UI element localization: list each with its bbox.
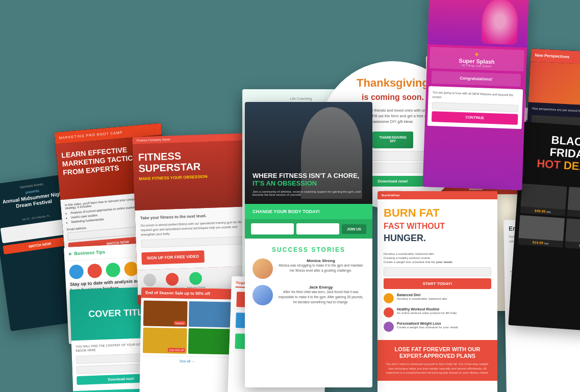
story-2-content: Jack Energy After his third child was bo… — [277, 285, 365, 304]
burnfat-bottom-cta: LOSE FAT FOREVER WITH OUR EXPERT-APPROVE… — [377, 340, 497, 381]
fitness-sub: Make Fitness your Obsession — [139, 173, 241, 181]
fitness-chore-cta-bar: CHANGE YOUR BODY TODAY! — [245, 204, 372, 219]
bf-product-1-img — [521, 184, 567, 210]
trainer-3-avatar — [189, 272, 203, 285]
sale-badge-2: Kids 40% off — [168, 348, 185, 352]
burnfat-name-input[interactable] — [384, 267, 491, 276]
burnfat-feat-2-desc: An online workout video product for $9 D… — [397, 311, 457, 315]
blackfriday-products: $49.99 $99 $29.99 $60 $19.99 $45 $39.99 … — [514, 179, 580, 255]
burnfat-feature-1-text: Balanced Diet Develop a sustainable, bal… — [397, 293, 448, 301]
card-burnfat: BurnFatFast BURN FAT FAST WITHOUT HUNGER… — [377, 191, 497, 392]
story-2-name: Jack Energy — [277, 285, 365, 290]
fitness-email-input[interactable] — [141, 236, 243, 248]
supersplash-congrats-title: Congratulations! — [436, 75, 517, 83]
burnfat-icon-1 — [384, 293, 394, 303]
sale-item-2 — [189, 301, 233, 327]
fitness-form-bar: JOIN US — [245, 219, 372, 239]
sale-see-all[interactable]: See all → — [140, 355, 234, 366]
story-1: Monica Strong Monica was struggling to m… — [253, 258, 365, 279]
bf-product-1: $49.99 $99 — [520, 184, 567, 216]
card-supersplash: ☀ Super Splash All Things Just Splash Co… — [422, 0, 528, 190]
fitness-name-input[interactable] — [251, 223, 294, 234]
thanksgiving-book: THANKSGIVING DIY — [372, 132, 413, 148]
collage-container: Spectacle Events presents Annual Midsumm… — [0, 0, 580, 392]
bf-product-4-price: $39.99 $80 — [565, 241, 580, 251]
bf-product-2: $29.99 $60 — [567, 187, 580, 219]
burnfat-feat-1-name: Balanced Diet — [397, 293, 448, 297]
avatar-1 — [69, 265, 84, 279]
fitness-signup-btn[interactable]: SIGN UP FOR FREE VIDEO — [141, 250, 204, 265]
trainer-2-avatar — [166, 273, 179, 286]
fitness-hero: FITNESS SUPERSTAR Make Fitness your Obse… — [133, 140, 247, 211]
trainer-3: Find your Focus — [187, 272, 206, 289]
fitness-chore-headline: WHERE FITNESS ISN'T A CHORE, IT'S AN OBS… — [253, 172, 365, 188]
burnfat-topbar: BurnFatFast — [377, 191, 497, 199]
avatar-2 — [87, 264, 102, 278]
bf-product-2-price: $29.99 $60 — [567, 210, 580, 219]
story-2-text: After his third child was born, Jack fou… — [277, 290, 365, 304]
story-1-content: Monica Strong Monica was struggling to m… — [277, 258, 365, 273]
blackfriday-hero: BLACK FRIDAY HOT DEALS — [518, 122, 580, 186]
story-1-text: Monica was struggling to make it to the … — [277, 263, 365, 273]
burnfat-feat-2-name: Healthy Workout Routine — [397, 307, 457, 311]
sale-item-4 — [188, 328, 233, 354]
thanksgiving-book-title: THANKSGIVING DIY — [372, 132, 413, 147]
fitness-email-input[interactable] — [296, 223, 339, 234]
fitness-chore-hero: WHERE FITNESS ISN'T A CHORE, IT'S AN OBS… — [245, 102, 372, 204]
supersplash-congrats: Congratulations! — [432, 71, 521, 87]
ebook-title: COVER TITLE — [88, 306, 149, 321]
fitness-desc: Our prices is almost perfect fitness wit… — [140, 220, 243, 238]
supersplash-btn[interactable]: CONTINUE — [432, 111, 518, 124]
sale-headline: End of Season Sale up to 50% off — [145, 291, 210, 296]
perspectives-brand: New Perspectives — [535, 53, 569, 60]
burnfat-feature-2-text: Healthy Workout Routine An online workou… — [397, 307, 457, 315]
card-sale: End of Season Sale up to 50% off Apparel… — [139, 287, 236, 392]
burnfat-feat-3-desc: Create a weight loss schedule for your n… — [397, 325, 458, 329]
burnfat-feature-1: Balanced Diet Develop a sustainable, bal… — [384, 293, 491, 303]
burnfat-icon-3 — [384, 322, 394, 332]
burnfat-hero: BURN FAT FAST WITHOUT HUNGER. — [377, 199, 497, 252]
avatar-3 — [106, 263, 120, 277]
burnfat-cta: LOSE FAT FOREVER WITH OUR EXPERT-APPROVE… — [384, 346, 491, 359]
supersplash-body-text: You are going to love with all NEW featu… — [432, 90, 519, 102]
story-2-avatar — [253, 285, 273, 305]
trainer-1-avatar — [143, 273, 156, 286]
fitness-body: Take your fitness to the next level. Our… — [135, 206, 249, 270]
fitness-join-btn[interactable]: JOIN US — [342, 224, 366, 234]
burnfat-btn[interactable]: START TODAY! — [384, 278, 491, 289]
burnfat-cta-sub: You don't need to starboard yourself to … — [384, 362, 491, 375]
perspectives-headline: New perspectives are just around the cor… — [532, 107, 580, 116]
burnfat-feat-3-name: Personalized Weight Loss — [397, 322, 458, 325]
burnfat-signup: Develop a sustainable, balanced diet.Cre… — [377, 252, 497, 289]
supersplash-input[interactable] — [432, 102, 518, 112]
burnfat-feature-3-text: Personalized Weight Loss Create a weight… — [397, 322, 458, 329]
burnfat-icon-2 — [384, 307, 394, 318]
burnfat-desc: Develop a sustainable, balanced diet.Cre… — [384, 252, 491, 265]
story-1-name: Monica Strong — [277, 258, 365, 263]
story-2: Jack Energy After his third child was bo… — [253, 285, 365, 305]
fitness-chore-cta: CHANGE YOUR BODY TODAY! — [253, 209, 365, 214]
perspectives-hero-overlay — [528, 61, 580, 107]
bf-product-4: $39.99 $80 — [565, 218, 580, 251]
sale-badge-1: Apparel — [174, 321, 186, 325]
perspectives-hero — [528, 61, 580, 107]
bf-product-2-img — [567, 187, 580, 213]
sale-item-3: Kids 40% off — [143, 327, 187, 353]
bf-product-4-img — [565, 218, 580, 244]
sale-item-1: Apparel — [143, 300, 188, 326]
supersplash-person — [481, 0, 518, 45]
blackfriday-headline: BLACK FRIDAY HOT DEALS — [524, 132, 580, 175]
supersplash-logo-section: ☀ Super Splash All Things Just Splash — [430, 47, 524, 71]
fitness-chore-sub: Join a community of athletes, receive co… — [253, 190, 365, 196]
success-title: SUCCESS STORIES — [253, 246, 365, 253]
sale-grid: Apparel Kids 40% off — [140, 298, 236, 357]
supersplash-hero — [427, 0, 528, 47]
bf-product-3-img — [518, 215, 564, 241]
card-fitness-chore: WHERE FITNESS ISN'T A CHORE, IT'S AN OBS… — [245, 102, 372, 387]
supersplash-body: You are going to love with all NEW featu… — [427, 86, 523, 129]
burnfat-brand: BurnFatFast — [382, 194, 399, 197]
bf-product-3: $19.99 $45 — [518, 215, 564, 247]
burnfat-features: Balanced Diet Develop a sustainable, bal… — [377, 289, 497, 340]
fitness-chore-success: SUCCESS STORIES Monica Strong Monica was… — [245, 239, 372, 319]
burnfat-feature-2: Healthy Workout Routine An online workou… — [384, 307, 491, 318]
